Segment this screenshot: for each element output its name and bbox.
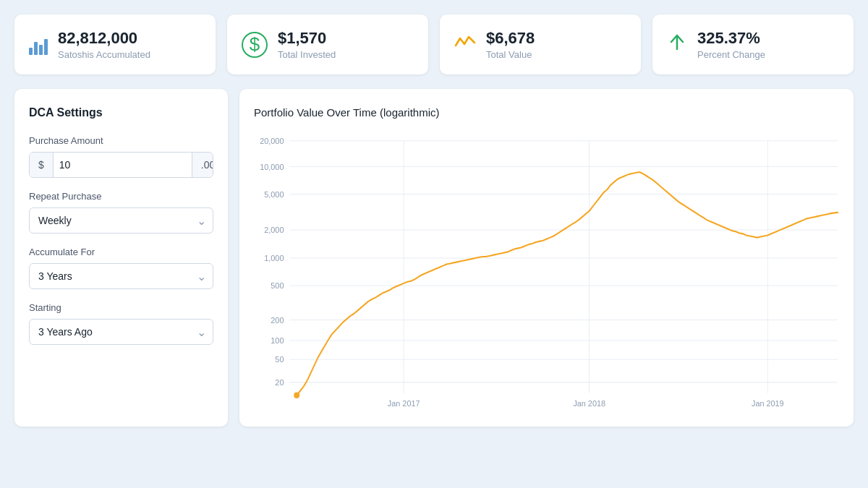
stat-content-satoshis: 82,812,000 Satoshis Accumulated (58, 29, 150, 60)
starting-select[interactable]: 3 Years Ago 1 Year Ago 2 Years Ago 5 Yea… (29, 319, 213, 345)
dca-settings-title: DCA Settings (29, 106, 213, 119)
repeat-purchase-group: Repeat Purchase Weekly Daily Monthly ⌄ (29, 191, 213, 234)
repeat-select[interactable]: Weekly Daily Monthly (29, 207, 213, 234)
svg-text:5,000: 5,000 (264, 190, 284, 199)
invested-label: Total Invested (278, 49, 336, 60)
repeat-purchase-label: Repeat Purchase (29, 191, 213, 202)
percent-change-label: Percent Change (697, 49, 765, 60)
chart-title: Portfolio Value Over Time (logarithmic) (254, 106, 839, 119)
stat-content-invested: $1,570 Total Invested (278, 29, 336, 60)
accumulate-for-group: Accumulate For 3 Years 1 Year 2 Years 5 … (29, 247, 213, 289)
chart-area: 20,000 10,000 5,000 2,000 1,000 500 200 … (254, 130, 839, 412)
chart-start-dot (294, 393, 299, 398)
svg-text:200: 200 (271, 316, 284, 325)
percent-change-value: 325.37% (697, 29, 765, 48)
cents-suffix: .00 (192, 153, 213, 177)
bar-chart-icon (29, 35, 48, 55)
stat-card-total-value: $6,678 Total Value (440, 14, 641, 74)
purchase-amount-input-wrapper: $ .00 (29, 152, 213, 178)
starting-label: Starting (29, 302, 213, 313)
invested-value: $1,570 (278, 29, 336, 48)
purchase-amount-input[interactable] (54, 153, 192, 177)
dollar-prefix: $ (30, 153, 54, 177)
svg-text:Jan 2019: Jan 2019 (752, 399, 784, 408)
accumulate-select-wrapper: 3 Years 1 Year 2 Years 5 Years ⌄ (29, 263, 213, 289)
satoshis-label: Satoshis Accumulated (58, 49, 150, 60)
portfolio-line (297, 172, 838, 395)
svg-text:20: 20 (275, 378, 284, 387)
main-row: DCA Settings Purchase Amount $ .00 Repea… (14, 89, 854, 427)
total-value-value: $6,678 (486, 29, 535, 48)
svg-text:10,000: 10,000 (260, 163, 284, 171)
accumulate-select[interactable]: 3 Years 1 Year 2 Years 5 Years (29, 263, 213, 289)
svg-text:20,000: 20,000 (260, 137, 284, 145)
activity-icon (454, 33, 476, 56)
svg-text:100: 100 (271, 336, 284, 345)
chart-svg: 20,000 10,000 5,000 2,000 1,000 500 200 … (254, 130, 839, 412)
purchase-amount-label: Purchase Amount (29, 135, 213, 146)
total-value-label: Total Value (486, 49, 535, 60)
stat-content-percent-change: 325.37% Percent Change (697, 29, 765, 60)
svg-text:1,000: 1,000 (264, 254, 284, 262)
svg-text:Jan 2017: Jan 2017 (388, 399, 420, 408)
starting-group: Starting 3 Years Ago 1 Year Ago 2 Years … (29, 302, 213, 345)
stat-content-total-value: $6,678 Total Value (486, 29, 535, 60)
satoshis-value: 82,812,000 (58, 29, 150, 48)
starting-select-wrapper: 3 Years Ago 1 Year Ago 2 Years Ago 5 Yea… (29, 319, 213, 345)
chart-panel: Portfolio Value Over Time (logarithmic) … (239, 89, 854, 427)
arrow-up-icon (667, 32, 687, 57)
svg-text:2,000: 2,000 (264, 226, 284, 234)
svg-text:500: 500 (271, 281, 284, 290)
purchase-amount-group: Purchase Amount $ .00 (29, 135, 213, 178)
dollar-circle-icon: $ (242, 32, 268, 58)
stat-card-percent-change: 325.37% Percent Change (652, 14, 854, 74)
svg-text:50: 50 (275, 356, 284, 364)
stat-card-satoshis: 82,812,000 Satoshis Accumulated (14, 14, 216, 74)
dca-settings-panel: DCA Settings Purchase Amount $ .00 Repea… (14, 89, 228, 427)
stats-row: 82,812,000 Satoshis Accumulated $ $1,570… (14, 14, 854, 74)
svg-text:Jan 2018: Jan 2018 (573, 399, 605, 408)
stat-card-invested: $ $1,570 Total Invested (227, 14, 428, 74)
repeat-select-wrapper: Weekly Daily Monthly ⌄ (29, 207, 213, 234)
accumulate-for-label: Accumulate For (29, 247, 213, 257)
